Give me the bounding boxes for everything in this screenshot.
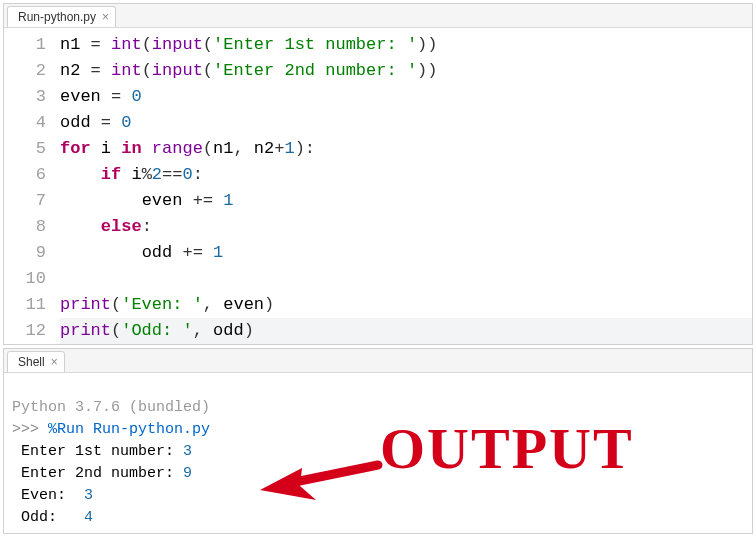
line-number-gutter: 123456789101112 [4,32,60,344]
code-line[interactable]: even = 0 [60,84,752,110]
shell-panel: Shell × Python 3.7.6 (bundled) >>> %Run … [3,348,753,534]
code-line[interactable]: n1 = int(input('Enter 1st number: ')) [60,32,752,58]
close-icon[interactable]: × [102,11,109,23]
editor-body[interactable]: 123456789101112 n1 = int(input('Enter 1s… [4,28,752,344]
shell-output-line: Enter 1st number: 3 [12,441,744,463]
line-number: 2 [4,58,46,84]
code-line[interactable]: if i%2==0: [60,162,752,188]
code-line[interactable]: else: [60,214,752,240]
shell-tab-label: Shell [18,355,45,369]
line-number: 8 [4,214,46,240]
line-number: 6 [4,162,46,188]
shell-run-command: %Run Run-python.py [48,421,210,438]
code-line[interactable] [60,266,752,292]
shell-version: Python 3.7.6 (bundled) [12,399,210,416]
code-line[interactable]: print('Even: ', even) [60,292,752,318]
code-line[interactable]: n2 = int(input('Enter 2nd number: ')) [60,58,752,84]
shell-output-line: Odd: 4 [12,507,744,529]
line-number: 9 [4,240,46,266]
line-number: 4 [4,110,46,136]
line-number: 12 [4,318,46,344]
code-area[interactable]: n1 = int(input('Enter 1st number: '))n2 … [60,32,752,344]
editor-tab[interactable]: Run-python.py × [7,6,116,27]
line-number: 1 [4,32,46,58]
code-line[interactable]: even += 1 [60,188,752,214]
code-line[interactable]: odd += 1 [60,240,752,266]
line-number: 5 [4,136,46,162]
line-number: 7 [4,188,46,214]
shell-output-line: Enter 2nd number: 9 [12,463,744,485]
code-line[interactable]: odd = 0 [60,110,752,136]
editor-tab-bar: Run-python.py × [4,4,752,28]
shell-output: Enter 1st number: 3 Enter 2nd number: 9 … [12,441,744,529]
editor-tab-label: Run-python.py [18,10,96,24]
shell-output-line: Even: 3 [12,485,744,507]
code-line[interactable]: for i in range(n1, n2+1): [60,136,752,162]
editor-panel: Run-python.py × 123456789101112 n1 = int… [3,3,753,345]
shell-tab[interactable]: Shell × [7,351,65,372]
code-line[interactable]: print('Odd: ', odd) [60,318,752,344]
line-number: 10 [4,266,46,292]
shell-tab-bar: Shell × [4,349,752,373]
shell-prompt: >>> [12,421,39,438]
line-number: 3 [4,84,46,110]
line-number: 11 [4,292,46,318]
shell-body[interactable]: Python 3.7.6 (bundled) >>> %Run Run-pyth… [4,373,752,533]
close-icon[interactable]: × [51,356,58,368]
